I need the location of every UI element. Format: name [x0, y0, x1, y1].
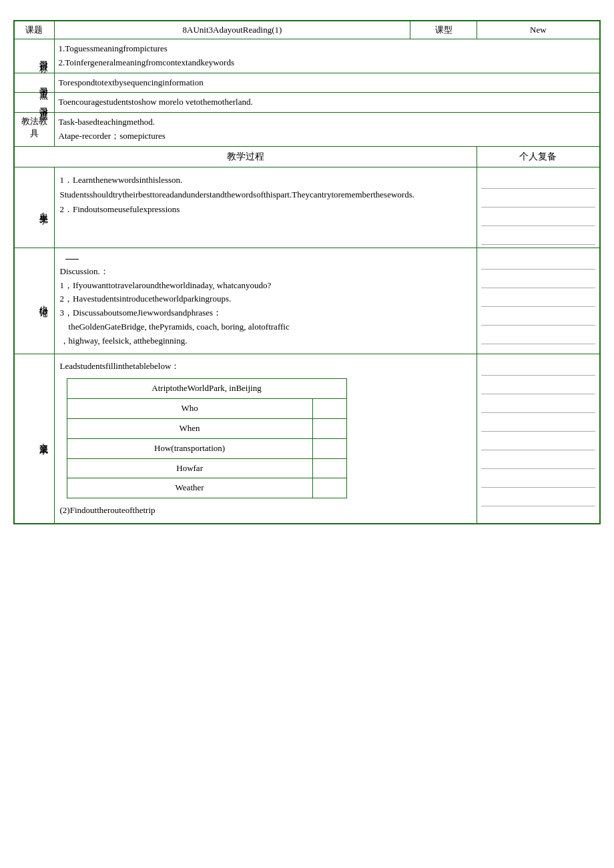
- right-line-14: [481, 432, 595, 450]
- right-line-4: [481, 226, 595, 245]
- trip-howfar-value: [312, 458, 346, 478]
- discussion-item1: 1，Ifyouwanttotravelaroundtheworldinaday,…: [60, 279, 471, 293]
- type-label-cell: 课型: [410, 21, 477, 39]
- learning-key-row: 学习重点 Torespondtotextbysequencinginformat…: [14, 73, 600, 93]
- trip-row-weather: Weather: [67, 478, 346, 498]
- learning-goals-label: 学习目标: [14, 39, 54, 73]
- lesson-label: 课题: [25, 25, 43, 35]
- self-study-row: 自主先学 1．Learnthenewwordsinthislesson. Stu…: [14, 167, 600, 248]
- trip-row-how: How(transportation): [67, 438, 346, 458]
- trip-row-who: Who: [67, 399, 346, 419]
- lesson-plan-table: 课题 8AUnit3AdayoutReading(1) 课型 New 学习目标 …: [13, 20, 601, 524]
- learning-key-text: Torespondtotextbysequencinginformation: [59, 77, 204, 87]
- type-label: 课型: [435, 25, 452, 35]
- self-study-right: [477, 167, 600, 248]
- trip-who-value: [312, 399, 346, 419]
- exchange-intro: Leadstudentsfillinthetablebelow：: [60, 360, 471, 374]
- trip-table-header: AtriptotheWorldPark, inBeijing: [67, 379, 346, 399]
- right-line-1: [481, 170, 595, 189]
- trip-when-label: When: [67, 418, 312, 438]
- type-value: New: [530, 25, 547, 35]
- discussion-item3: 3，DiscussaboutsomeJiewwordsandphrases：: [60, 306, 471, 320]
- teaching-tools-label: 教法教具: [14, 113, 54, 147]
- right-line-8: [481, 307, 595, 326]
- learning-goals-row: 学习目标 1.Toguessmeaningfrompictures 2.Toin…: [14, 39, 600, 73]
- trip-who-label: Who: [67, 399, 312, 419]
- group-discussion-label: 小组讨论: [14, 248, 54, 354]
- discussion-item4: theGoldenGateBridge, thePyramids, coach,…: [60, 320, 471, 334]
- header-row: 课题 8AUnit3AdayoutReading(1) 课型 New: [14, 21, 600, 39]
- exchange-right: [477, 354, 600, 524]
- right-line-17: [481, 488, 595, 506]
- lesson-value: 8AUnit3AdayoutReading(1): [183, 25, 282, 35]
- right-line-6: [481, 270, 595, 288]
- learning-diff-label: 学习难点: [14, 93, 54, 113]
- discussion-intro: Discussion.：: [60, 265, 471, 279]
- learning-diff-row: 学习难点 Toencouragestudentstoshow morelo ve…: [14, 93, 600, 113]
- trip-weather-label: Weather: [67, 478, 312, 498]
- exchange-footer: (2)Findouttherouteofthetrip: [60, 504, 471, 518]
- learning-diff-content: Toencouragestudentstoshow morelo vetothe…: [54, 93, 600, 113]
- trip-table-title: AtriptotheWorldPark, inBeijing: [67, 379, 346, 399]
- trip-howfar-label: Howfar: [67, 458, 312, 478]
- lesson-label-cell: 课题: [14, 21, 54, 39]
- right-line-10: [481, 357, 595, 376]
- teaching-tools-content: Task-basedteachingmethod. Atape-recorder…: [54, 113, 600, 147]
- exchange-row: 交流展示 Leadstudentsfillinthetablebelow： At…: [14, 354, 600, 524]
- learning-key-label: 学习重点: [14, 73, 54, 93]
- exchange-label: 交流展示: [14, 354, 54, 524]
- trip-how-label: How(transportation): [67, 438, 312, 458]
- group-discussion-row: 小组讨论 Discussion.： 1，Ifyouwanttotravelaro…: [14, 248, 600, 354]
- discussion-item5: ，highway, feelsick, atthebeginning.: [60, 334, 471, 348]
- exchange-content: Leadstudentsfillinthetablebelow： Atripto…: [54, 354, 477, 524]
- trip-row-howfar: Howfar: [67, 458, 346, 478]
- trip-weather-value: [312, 478, 346, 498]
- learning-goals-item1: 1.Toguessmeaningfrompictures: [59, 42, 595, 56]
- self-study-label: 自主先学: [14, 167, 54, 248]
- self-study-content: 1．Learnthenewwordsinthislesson. Students…: [54, 167, 477, 248]
- lesson-value-cell: 8AUnit3AdayoutReading(1): [54, 21, 410, 39]
- trip-when-value: [312, 418, 346, 438]
- teaching-tools-item1: Task-basedteachingmethod.: [59, 115, 595, 129]
- right-line-15: [481, 450, 595, 469]
- learning-goals-item2: 2.Toinfergeneralmeaningfromcontextandkey…: [59, 56, 595, 70]
- right-line-3: [481, 207, 595, 226]
- learning-goals-content: 1.Toguessmeaningfrompictures 2.Toinferge…: [54, 39, 600, 73]
- learning-diff-text: Toencouragestudentstoshow morelo vetothe…: [59, 97, 253, 107]
- discussion-dash: [60, 259, 471, 260]
- right-line-7: [481, 288, 595, 307]
- type-value-cell: New: [477, 21, 600, 39]
- trip-table: AtriptotheWorldPark, inBeijing Who When …: [67, 378, 347, 498]
- right-line-11: [481, 376, 595, 394]
- right-line-2: [481, 189, 595, 207]
- right-line-13: [481, 413, 595, 432]
- process-header-row: 教学过程 个人复备: [14, 146, 600, 167]
- teaching-tools-item2: Atape-recorder；somepictures: [59, 129, 595, 143]
- learning-key-content: Torespondtotextbysequencinginformation: [54, 73, 600, 93]
- discussion-item2: 2，Havestudentsintroducetheworldparkingro…: [60, 292, 471, 306]
- process-header-col1: 教学过程: [14, 146, 477, 167]
- right-line-9: [481, 326, 595, 344]
- teaching-tools-row: 教法教具 Task-basedteachingmethod. Atape-rec…: [14, 113, 600, 147]
- group-discussion-content: Discussion.： 1，Ifyouwanttotravelaroundth…: [54, 248, 477, 354]
- right-line-12: [481, 394, 595, 413]
- process-header-col2: 个人复备: [477, 146, 600, 167]
- right-line-16: [481, 469, 595, 488]
- trip-row-when: When: [67, 418, 346, 438]
- trip-how-value: [312, 438, 346, 458]
- right-line-5: [481, 251, 595, 270]
- group-discussion-right: [477, 248, 600, 354]
